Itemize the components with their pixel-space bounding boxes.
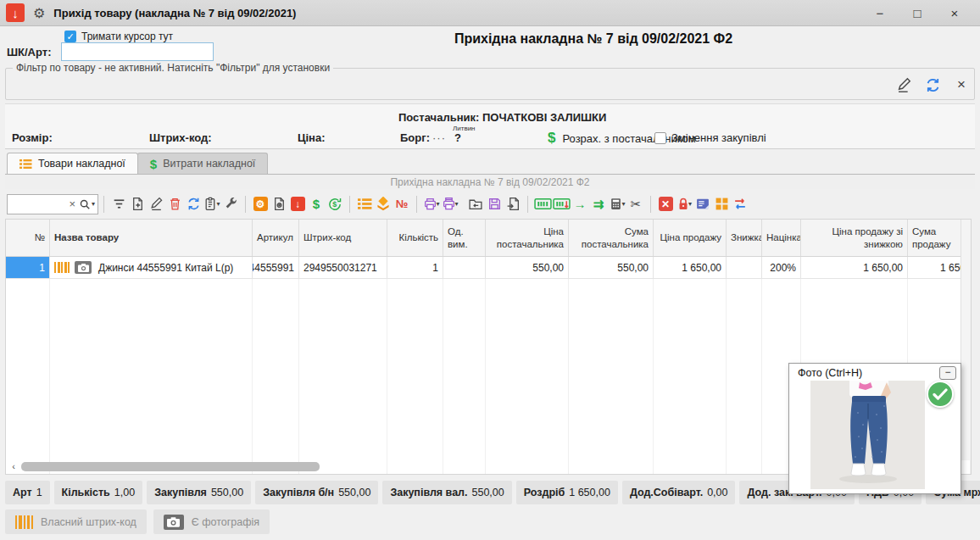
move-all-icon[interactable]: ⇉ xyxy=(589,194,608,214)
payment-icon[interactable]: $ xyxy=(307,194,326,214)
cut-icon[interactable]: ✂ xyxy=(626,194,645,214)
tab-expenses[interactable]: $ Витрати накладної xyxy=(137,153,269,174)
camera-icon xyxy=(164,515,184,530)
camera-icon xyxy=(75,261,92,274)
search-box[interactable]: × ▾ xyxy=(7,194,98,214)
title-bar: ↓ ⚙ Прихід товару (накладна № 7 від 09/0… xyxy=(0,0,980,26)
export-document-icon[interactable] xyxy=(504,194,522,214)
edit-item-icon[interactable] xyxy=(147,194,165,214)
save-icon[interactable] xyxy=(485,194,504,214)
move-right-icon[interactable]: → xyxy=(571,194,589,214)
checkbox-checked-icon[interactable]: ✓ xyxy=(64,31,76,42)
invoice-subheader: Прихідна накладна № 7 від 09/02/2021 Ф2 xyxy=(5,174,975,189)
print-batch-icon[interactable]: ▾ xyxy=(441,194,459,214)
clear-search-icon[interactable]: × xyxy=(65,198,79,210)
col-qty[interactable]: Кількість xyxy=(387,220,443,256)
close-panel-icon[interactable]: × xyxy=(953,76,970,93)
numbering-icon[interactable]: № xyxy=(393,194,411,214)
goods-receipt-icon[interactable]: ↓ xyxy=(288,194,307,214)
row-num-cell[interactable]: 1 xyxy=(6,257,50,279)
dropdown-caret-icon: ▾ xyxy=(216,200,220,208)
search-icon[interactable]: ▾ xyxy=(79,198,97,210)
filter-icon[interactable] xyxy=(109,194,128,214)
debt-value[interactable]: ··· xyxy=(432,131,446,144)
change-purchase-label: Змінення закупівлі xyxy=(671,131,766,144)
filter-status-text: Фільтр по товару - не активний. Натисніт… xyxy=(13,62,333,74)
minimize-photo-button[interactable]: − xyxy=(939,366,956,380)
col-article[interactable]: Артикул xyxy=(253,220,299,256)
close-button[interactable]: × xyxy=(936,0,973,26)
checkbox-empty-icon[interactable] xyxy=(654,132,666,144)
scroll-left-icon[interactable]: ‹ xyxy=(8,461,19,471)
edit-pencil-icon[interactable] xyxy=(895,76,912,93)
document-settings-icon[interactable] xyxy=(270,194,288,214)
col-supplier-price[interactable]: Ціна постачальника xyxy=(486,220,569,256)
col-num[interactable]: № xyxy=(6,220,50,256)
import-folder-icon[interactable] xyxy=(466,194,485,214)
scales-icon[interactable]: ⚙ xyxy=(251,194,270,214)
col-supplier-sum[interactable]: Сума постачальника xyxy=(569,220,654,256)
col-barcode[interactable]: Штрих-код xyxy=(299,220,387,256)
gear-icon[interactable]: ⚙ xyxy=(33,5,45,21)
list-icon xyxy=(19,159,32,170)
row-barcode-cell[interactable]: 2949550031271 xyxy=(299,257,387,279)
recalculate-payment-icon[interactable]: $ xyxy=(326,194,344,214)
col-sale-price[interactable]: Ціна продажу xyxy=(654,220,727,256)
lock-icon[interactable]: ▾ xyxy=(675,194,693,214)
change-purchase-checkbox[interactable]: Змінення закупівлі xyxy=(654,131,766,144)
row-name-cell[interactable]: Джинси 44555991 Китай L(р) xyxy=(50,257,253,279)
col-name[interactable]: Назва товару xyxy=(50,220,253,256)
barcode-label: Штрих-код: xyxy=(149,131,212,144)
item-name: Джинси 44555991 Китай L(р) xyxy=(98,262,233,274)
minimize-button[interactable]: − xyxy=(861,0,899,26)
barcode-icon[interactable] xyxy=(533,194,552,214)
delete-item-icon[interactable] xyxy=(165,194,184,214)
row-discount-cell[interactable] xyxy=(727,257,762,279)
row-unit-cell[interactable] xyxy=(443,257,486,279)
supplier-label: Постачальник: xyxy=(398,111,479,124)
row-sale-price-cell[interactable]: 1 650,00 xyxy=(654,257,727,279)
photo-popup-title: Фото (Ctrl+H) xyxy=(798,367,862,379)
terminal-icon[interactable]: ▾ xyxy=(608,194,626,214)
window-title: Прихід товару (накладна № 7 від 09/02/20… xyxy=(53,7,296,19)
notes-icon[interactable] xyxy=(693,194,712,214)
total-retail: Роздріб1 650,00 xyxy=(516,481,618,504)
row-article-cell[interactable]: 44555991 xyxy=(253,257,299,279)
vertical-scrollbar[interactable] xyxy=(961,220,971,460)
refresh-icon[interactable] xyxy=(924,76,941,93)
legend-bar: Власний штрих-код Є фотографія xyxy=(5,509,270,534)
barcode-print-icon[interactable] xyxy=(552,194,571,214)
refresh-table-icon[interactable] xyxy=(184,194,203,214)
agent-flag: ? xyxy=(454,131,461,144)
scrollbar-thumb[interactable] xyxy=(21,462,320,471)
tab-goods[interactable]: Товари накладної xyxy=(7,153,138,174)
row-supplier-sum-cell[interactable]: 550,00 xyxy=(569,257,654,279)
keep-cursor-checkbox[interactable]: ✓ Тримати курсор тут xyxy=(64,31,173,42)
groups-icon[interactable] xyxy=(374,194,393,214)
exchange-icon[interactable] xyxy=(731,194,749,214)
remove-document-icon[interactable]: ✕ xyxy=(656,194,675,214)
add-item-icon[interactable] xyxy=(128,194,147,214)
blocks-icon[interactable] xyxy=(712,194,731,214)
col-discount[interactable]: Знижка xyxy=(727,220,762,256)
search-input[interactable] xyxy=(8,198,65,210)
photo-popup[interactable]: Фото (Ctrl+H) − xyxy=(788,363,961,494)
paste-options-icon[interactable]: ▾ xyxy=(203,194,221,214)
row-markup-cell[interactable]: 200% xyxy=(762,257,801,279)
print-icon[interactable]: ▾ xyxy=(422,194,441,214)
product-photo[interactable] xyxy=(810,381,925,493)
col-markup[interactable]: Націнка,% xyxy=(762,220,801,256)
row-qty-cell[interactable]: 1 xyxy=(387,257,443,279)
row-supplier-price-cell[interactable]: 550,00 xyxy=(486,257,569,279)
list-view-icon[interactable] xyxy=(355,194,374,214)
own-barcode-icon xyxy=(54,262,70,273)
filter-groupbox: Фільтр по товару - не активний. Натисніт… xyxy=(5,68,975,100)
sku-input[interactable] xyxy=(61,42,214,61)
tools-icon[interactable] xyxy=(221,194,240,214)
table-row[interactable]: 1 Джинси 44555991 Китай L(р) 44555991 29… xyxy=(6,257,971,279)
row-sale-price-discounted-cell[interactable]: 1 650,00 xyxy=(801,257,908,279)
col-unit[interactable]: Од. вим. xyxy=(443,220,486,256)
tab-goods-label: Товари накладної xyxy=(38,158,125,170)
col-sale-price-discounted[interactable]: Ціна продажу зі знижкою xyxy=(801,220,908,256)
maximize-button[interactable]: □ xyxy=(899,0,936,26)
